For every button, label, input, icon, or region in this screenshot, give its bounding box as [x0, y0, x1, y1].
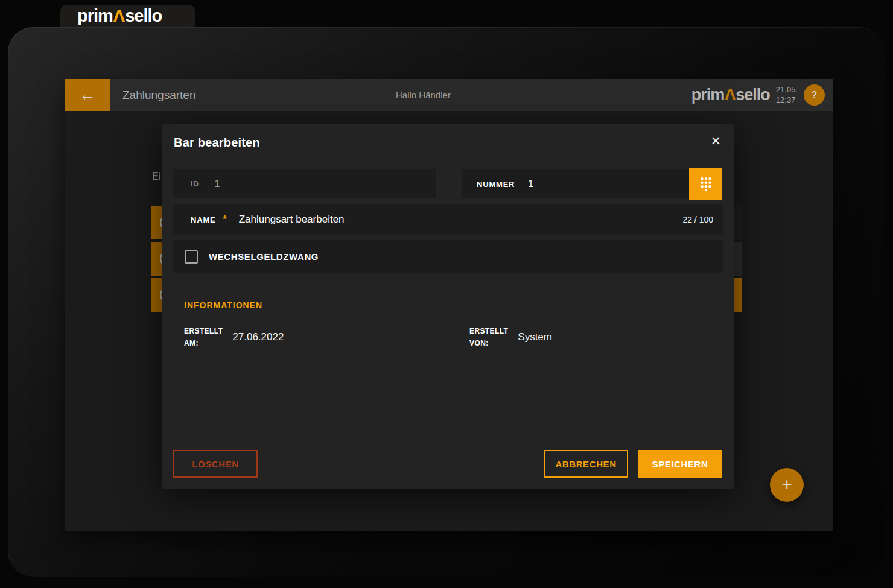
required-asterisk: * [223, 214, 226, 225]
created-at-label-line2: AM: [184, 337, 223, 349]
help-button[interactable]: ? [804, 84, 825, 106]
brand-logo: primΛsello [77, 6, 162, 26]
brand-logo-suffix: sello [125, 6, 162, 25]
header-brand-prefix: prim [691, 86, 725, 104]
info-section-heading: INFORMATIONEN [184, 300, 262, 310]
created-by-label-line2: VON: [469, 337, 508, 349]
add-payment-method-button[interactable]: + [770, 468, 804, 502]
background-text-fragment: Ei [152, 171, 160, 182]
created-at-value: 27.06.2022 [232, 331, 284, 343]
date-text: 21.05. [776, 85, 798, 95]
nummer-input[interactable] [528, 179, 689, 189]
greeting-text: Hallo Händler [396, 79, 451, 111]
wechselgeldzwang-label: WECHSELGELDZWANG [209, 251, 319, 262]
created-by-label-line1: ERSTELLT [469, 325, 508, 337]
time-text: 12:37 [776, 95, 798, 106]
id-field: ID 1 [173, 169, 436, 198]
app-header: ← Zahlungsarten Hallo Händler primΛsello… [65, 79, 833, 111]
id-label: ID [191, 180, 199, 188]
back-arrow-icon: ← [80, 86, 95, 104]
header-brand-logo: primΛsello [691, 86, 770, 104]
created-at-label-line1: ERSTELLT [184, 325, 223, 337]
edit-payment-dialog: Bar bearbeiten ✕ ID 1 NUMMER NAME * [162, 124, 734, 489]
nummer-label: NUMMER [477, 180, 515, 189]
page-title: Zahlungsarten [122, 89, 195, 102]
stage: primΛsello ← Zahlungsarten Hallo Händler… [0, 0, 893, 588]
brand-logo-tab: primΛsello [60, 5, 195, 27]
wechselgeldzwang-row[interactable]: WECHSELGELDZWANG [173, 240, 723, 273]
datetime: 21.05. 12:37 [776, 85, 798, 106]
help-icon: ? [812, 90, 818, 101]
name-field[interactable]: NAME * 22 / 100 [173, 204, 723, 235]
name-input[interactable] [239, 213, 676, 226]
close-button[interactable]: ✕ [708, 132, 723, 150]
header-brand-lambda-icon: Λ [724, 86, 736, 104]
created-by-label: ERSTELLT VON: [469, 325, 508, 350]
brand-lambda-icon: Λ [113, 6, 125, 25]
id-value: 1 [215, 179, 436, 189]
back-button[interactable]: ← [65, 79, 110, 111]
plus-icon: + [781, 475, 792, 495]
name-label: NAME [191, 215, 215, 224]
nummer-field[interactable]: NUMMER [462, 169, 689, 198]
dialpad-icon [698, 176, 714, 192]
char-counter: 22 / 100 [682, 215, 713, 224]
wechselgeldzwang-checkbox[interactable] [185, 250, 198, 264]
close-icon: ✕ [710, 134, 721, 148]
header-right: primΛsello 21.05. 12:37 ? [691, 79, 825, 111]
dialog-title: Bar bearbeiten [174, 136, 260, 150]
delete-button[interactable]: LÖSCHEN [173, 450, 258, 478]
brand-logo-prefix: prim [77, 6, 113, 25]
created-by-row: ERSTELLT VON: System [469, 325, 552, 350]
cancel-button[interactable]: ABBRECHEN [544, 450, 628, 478]
keypad-button[interactable] [689, 168, 722, 200]
header-brand-suffix: sello [736, 86, 770, 104]
save-button[interactable]: SPEICHERN [638, 450, 722, 478]
created-at-label: ERSTELLT AM: [184, 325, 223, 350]
created-by-value: System [518, 331, 552, 343]
created-at-row: ERSTELLT AM: 27.06.2022 [184, 325, 284, 350]
